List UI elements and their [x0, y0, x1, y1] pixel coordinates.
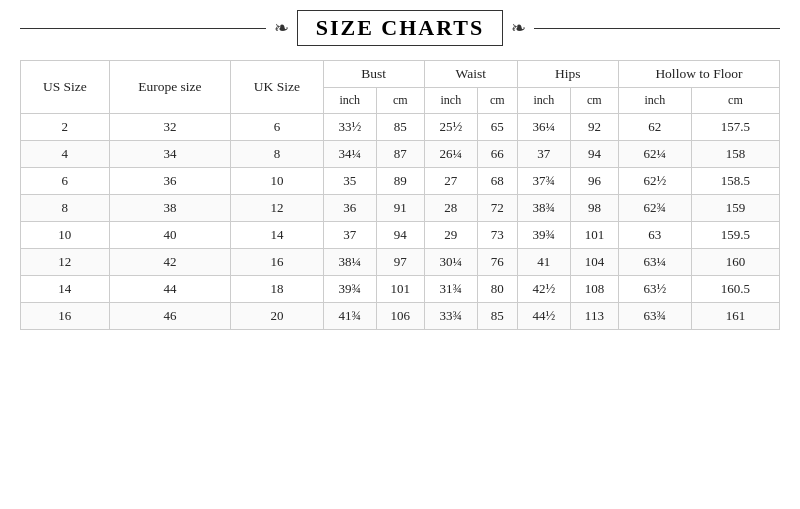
table-cell: 28	[424, 195, 477, 222]
col-hips: Hips	[517, 61, 618, 88]
table-cell: 46	[109, 303, 230, 330]
table-cell: 159	[691, 195, 779, 222]
table-cell: 42	[109, 249, 230, 276]
table-cell: 65	[477, 114, 517, 141]
table-cell: 34	[109, 141, 230, 168]
left-ornament: ❧	[274, 17, 289, 39]
col-bust-inch: inch	[323, 88, 376, 114]
table-cell: 68	[477, 168, 517, 195]
col-waist-cm: cm	[477, 88, 517, 114]
table-cell: 85	[376, 114, 424, 141]
table-cell: 44	[109, 276, 230, 303]
table-cell: 158.5	[691, 168, 779, 195]
table-cell: 91	[376, 195, 424, 222]
table-cell: 41	[517, 249, 570, 276]
table-cell: 98	[570, 195, 618, 222]
table-cell: 33½	[323, 114, 376, 141]
table-row: 16462041¾10633¾8544½11363¾161	[21, 303, 780, 330]
table-cell: 97	[376, 249, 424, 276]
table-cell: 160	[691, 249, 779, 276]
table-cell: 36	[109, 168, 230, 195]
header-left-line	[20, 28, 266, 29]
table-cell: 38¾	[517, 195, 570, 222]
table-cell: 89	[376, 168, 424, 195]
table-cell: 63¾	[618, 303, 691, 330]
table-cell: 14	[231, 222, 324, 249]
table-cell: 113	[570, 303, 618, 330]
table-cell: 40	[109, 222, 230, 249]
col-hips-cm: cm	[570, 88, 618, 114]
header-right-line	[534, 28, 780, 29]
page-header: ❧ SIZE CHARTS ❧	[20, 10, 780, 46]
table-cell: 12	[21, 249, 110, 276]
table-cell: 63	[618, 222, 691, 249]
table-cell: 76	[477, 249, 517, 276]
table-cell: 158	[691, 141, 779, 168]
table-cell: 16	[231, 249, 324, 276]
table-cell: 30¼	[424, 249, 477, 276]
col-hips-inch: inch	[517, 88, 570, 114]
table-row: 232633½8525½6536¼9262157.5	[21, 114, 780, 141]
table-cell: 34¼	[323, 141, 376, 168]
table-cell: 6	[21, 168, 110, 195]
table-cell: 29	[424, 222, 477, 249]
table-cell: 27	[424, 168, 477, 195]
table-cell: 62	[618, 114, 691, 141]
table-cell: 16	[21, 303, 110, 330]
table-cell: 157.5	[691, 114, 779, 141]
table-cell: 26¼	[424, 141, 477, 168]
table-cell: 73	[477, 222, 517, 249]
table-cell: 161	[691, 303, 779, 330]
table-cell: 96	[570, 168, 618, 195]
table-cell: 33¾	[424, 303, 477, 330]
col-uk-size: UK Size	[231, 61, 324, 114]
table-cell: 10	[231, 168, 324, 195]
table-cell: 18	[231, 276, 324, 303]
col-bust-cm: cm	[376, 88, 424, 114]
table-cell: 37	[323, 222, 376, 249]
col-htf-cm: cm	[691, 88, 779, 114]
table-cell: 31¾	[424, 276, 477, 303]
table-cell: 36¼	[517, 114, 570, 141]
table-cell: 25½	[424, 114, 477, 141]
table-cell: 8	[21, 195, 110, 222]
table-cell: 106	[376, 303, 424, 330]
table-cell: 35	[323, 168, 376, 195]
table-cell: 42½	[517, 276, 570, 303]
table-row: 434834¼8726¼66379462¼158	[21, 141, 780, 168]
table-cell: 39¾	[517, 222, 570, 249]
table-cell: 80	[477, 276, 517, 303]
table-row: 1040143794297339¾10163159.5	[21, 222, 780, 249]
table-cell: 94	[376, 222, 424, 249]
table-cell: 10	[21, 222, 110, 249]
col-us-size: US Size	[21, 61, 110, 114]
table-cell: 62½	[618, 168, 691, 195]
table-cell: 20	[231, 303, 324, 330]
table-cell: 39¾	[323, 276, 376, 303]
col-eu-size: Europe size	[109, 61, 230, 114]
col-htf: Hollow to Floor	[618, 61, 779, 88]
table-row: 838123691287238¾9862¾159	[21, 195, 780, 222]
table-cell: 12	[231, 195, 324, 222]
table-cell: 108	[570, 276, 618, 303]
table-cell: 62¼	[618, 141, 691, 168]
table-cell: 92	[570, 114, 618, 141]
table-cell: 38¼	[323, 249, 376, 276]
table-cell: 63¼	[618, 249, 691, 276]
table-cell: 101	[376, 276, 424, 303]
col-bust: Bust	[323, 61, 424, 88]
table-cell: 62¾	[618, 195, 691, 222]
table-cell: 2	[21, 114, 110, 141]
table-cell: 72	[477, 195, 517, 222]
table-cell: 66	[477, 141, 517, 168]
table-row: 636103589276837¾9662½158.5	[21, 168, 780, 195]
table-cell: 85	[477, 303, 517, 330]
table-cell: 37¾	[517, 168, 570, 195]
table-cell: 101	[570, 222, 618, 249]
table-cell: 44½	[517, 303, 570, 330]
table-cell: 63½	[618, 276, 691, 303]
table-cell: 36	[323, 195, 376, 222]
col-waist-inch: inch	[424, 88, 477, 114]
table-cell: 87	[376, 141, 424, 168]
page-title: SIZE CHARTS	[297, 10, 504, 46]
